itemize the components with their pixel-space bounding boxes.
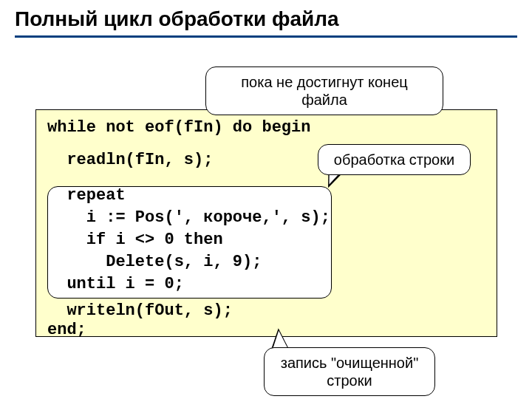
code-line-1: while not eof(fIn) do begin xyxy=(47,118,310,137)
code-line-6: Delete(s, i, 9); xyxy=(47,253,262,271)
code-line-8: writeln(fOut, s); xyxy=(47,301,233,320)
callout-eof: пока не достигнут конец файла xyxy=(205,66,443,115)
code-line-2: readln(fIn, s); xyxy=(47,151,213,169)
slide-title: Полный цикл обработки файла xyxy=(0,0,532,35)
callout-process: обработка строки xyxy=(318,144,471,175)
callout-write: запись "очищенной" строки xyxy=(264,347,435,396)
code-line-5: if i <> 0 then xyxy=(47,231,223,249)
code-line-4: i := Pos(', короче,', s); xyxy=(47,208,330,227)
code-line-3: repeat xyxy=(47,186,126,205)
title-underline xyxy=(15,35,517,38)
code-line-7: until i = 0; xyxy=(47,275,184,293)
code-line-9: end; xyxy=(47,321,86,339)
